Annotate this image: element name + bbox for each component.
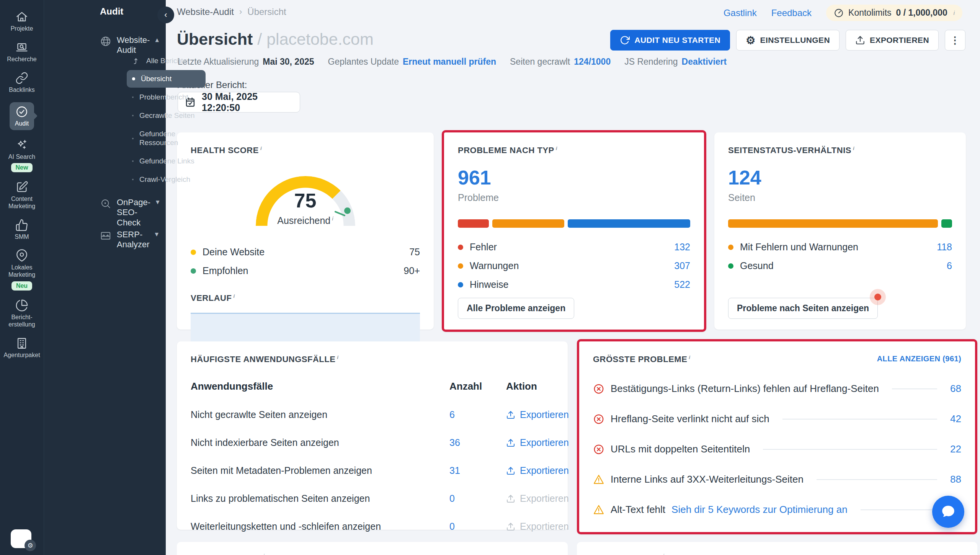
page-title: Übersicht / placetobe.com bbox=[177, 30, 374, 49]
export-action-disabled: Exportieren bbox=[506, 521, 569, 532]
healthy-pages-link[interactable]: 6 bbox=[947, 260, 952, 271]
submenu-item-problembericht[interactable]: Problembericht bbox=[127, 88, 206, 106]
issue-count-link[interactable]: 22 bbox=[950, 443, 961, 455]
export-action[interactable]: Exportieren bbox=[506, 437, 569, 448]
recheck-link[interactable]: Erneut manuell prüfen bbox=[403, 57, 496, 67]
breadcrumb: Website-Audit › Übersicht bbox=[177, 7, 286, 17]
rail-item-projekte[interactable]: Projekte bbox=[2, 6, 42, 37]
issues-by-page-button[interactable]: Probleme nach Seiten anzeigen bbox=[728, 298, 878, 319]
rail-item-backlinks[interactable]: Backlinks bbox=[2, 67, 42, 98]
legend-row-healthy: Gesund 6 bbox=[728, 256, 952, 275]
submenu-section-onpage-seo-check[interactable]: OnPage-SEO-Check ▾ bbox=[100, 198, 158, 228]
account-limits-pill[interactable]: Kontolimits 0 / 1,000,000 i bbox=[826, 5, 962, 21]
rail-label: Agenturpaket bbox=[3, 352, 40, 359]
bullet-icon bbox=[132, 96, 134, 98]
rail-item-agenturpaket[interactable]: Agenturpaket bbox=[2, 333, 42, 363]
info-icon[interactable]: i bbox=[853, 145, 854, 151]
refresh-icon bbox=[620, 35, 630, 45]
total-issues-count[interactable]: 961 bbox=[458, 166, 690, 189]
more-actions-button[interactable]: ⋮ bbox=[945, 30, 965, 51]
column-header: Anzahl bbox=[449, 380, 506, 392]
issue-count-link[interactable]: 42 bbox=[950, 413, 961, 425]
next-card-sliver: i bbox=[177, 542, 568, 555]
feedback-link[interactable]: Feedback bbox=[771, 8, 812, 18]
export-action[interactable]: Exportieren bbox=[506, 465, 569, 476]
info-icon[interactable]: i bbox=[233, 293, 235, 299]
info-icon[interactable]: i bbox=[332, 215, 333, 222]
use-case-count-link[interactable]: 0 bbox=[449, 521, 506, 532]
info-icon[interactable]: i bbox=[954, 10, 955, 16]
rail-item-ai-search[interactable]: AI Search New bbox=[2, 134, 42, 177]
use-case-count-link[interactable]: 31 bbox=[449, 465, 506, 476]
gear-icon[interactable]: ⚙ bbox=[24, 540, 36, 551]
chevron-down-icon[interactable]: ▾ bbox=[156, 198, 160, 206]
export-button[interactable]: EXPORTIEREN bbox=[846, 30, 939, 51]
use-case-count-link[interactable]: 36 bbox=[449, 437, 506, 448]
rail-label: Audit bbox=[15, 120, 29, 127]
submenu-item-alle-berichte[interactable]: Alle Berichte bbox=[127, 52, 206, 70]
submenu-item-gefundene-ressourcen[interactable]: Gefundene Ressourcen bbox=[127, 126, 206, 151]
warnings-bar-segment[interactable] bbox=[492, 219, 564, 228]
issue-label: URLs mit doppelten Seitentiteln bbox=[611, 443, 750, 455]
chevron-up-icon[interactable]: ▴ bbox=[155, 35, 159, 44]
issue-count-link[interactable]: 68 bbox=[950, 383, 961, 395]
export-action[interactable]: Exportieren bbox=[506, 409, 569, 420]
rail-item-berichterstellung[interactable]: Bericht- erstellung bbox=[2, 295, 42, 333]
pages-crawled-link[interactable]: 124/1000 bbox=[574, 57, 611, 67]
rail-item-content-marketing[interactable]: Content Marketing bbox=[2, 176, 42, 214]
info-icon[interactable]: i bbox=[689, 354, 690, 360]
column-header: Aktion bbox=[506, 380, 554, 392]
issue-count-link[interactable]: 88 bbox=[950, 473, 961, 485]
sidebar-collapse-button[interactable]: ‹ bbox=[157, 7, 174, 23]
show-all-link[interactable]: ALLE ANZEIGEN (961) bbox=[877, 354, 961, 363]
pages-with-issues-segment[interactable] bbox=[728, 219, 938, 228]
issue-label: Alt-Text fehlt bbox=[611, 504, 665, 516]
info-icon[interactable]: i bbox=[556, 145, 557, 151]
use-case-count-link[interactable]: 6 bbox=[449, 409, 506, 420]
orange-dot-icon bbox=[728, 245, 733, 250]
guest-link[interactable]: Gastlink bbox=[724, 8, 757, 18]
issue-row: Bestätigungs-Links (Return-Links) fehlen… bbox=[593, 383, 961, 395]
rail-item-recherche[interactable]: Recherche bbox=[2, 37, 42, 67]
issues-by-type-card: PROBLEME NACH TYPi 961 Probleme Fehler 1… bbox=[442, 130, 706, 332]
submenu-item-crawl-vergleich[interactable]: Crawl-Vergleich bbox=[127, 171, 206, 188]
consent-widget[interactable]: ⚙ bbox=[11, 529, 31, 548]
header-actions: AUDIT NEU STARTEN ⚙ EINSTELLUNGEN EXPORT… bbox=[610, 30, 965, 51]
rail-item-audit[interactable]: Audit bbox=[2, 98, 42, 134]
leader-line bbox=[782, 419, 937, 420]
table-row: Seiten mit Metadaten-Problemen anzeigen … bbox=[191, 465, 554, 476]
total-pages-count[interactable]: 124 bbox=[728, 166, 952, 189]
warnings-count-link[interactable]: 307 bbox=[674, 260, 690, 271]
submenu-section-serp-analyzer[interactable]: SERP-Analyzer ▾ bbox=[100, 230, 158, 250]
pages-with-issues-link[interactable]: 118 bbox=[937, 242, 952, 253]
chevron-down-icon[interactable]: ▾ bbox=[155, 230, 159, 238]
legend-value: 75 bbox=[409, 246, 420, 258]
rail-label: Recherche bbox=[7, 56, 36, 63]
notices-bar-segment[interactable] bbox=[568, 219, 690, 228]
notices-count-link[interactable]: 522 bbox=[674, 279, 690, 290]
use-case-count-link[interactable]: 0 bbox=[449, 493, 506, 504]
healthy-pages-segment[interactable] bbox=[941, 219, 952, 228]
keywords-optimization-link[interactable]: Sieh dir 5 Keywords zur Optimierung an bbox=[671, 504, 848, 516]
errors-bar-segment[interactable] bbox=[458, 219, 489, 228]
limits-label: Kontolimits bbox=[848, 8, 891, 18]
restart-audit-button[interactable]: AUDIT NEU STARTEN bbox=[610, 30, 730, 51]
rail-item-smm[interactable]: SMM bbox=[2, 214, 42, 245]
info-icon[interactable]: i bbox=[260, 145, 262, 151]
chat-launcher-button[interactable] bbox=[932, 496, 964, 528]
settings-button[interactable]: ⚙ EINSTELLUNGEN bbox=[736, 30, 840, 51]
info-icon[interactable]: i bbox=[337, 354, 338, 360]
card-title: HÄUFIGSTE ANWENDUNGSFÄLLEi bbox=[191, 354, 554, 364]
zoom-icon bbox=[100, 198, 111, 209]
submenu-item-uebersicht[interactable]: Übersicht bbox=[127, 70, 206, 88]
serp-chart-icon bbox=[100, 230, 111, 242]
rail-item-lokales-marketing[interactable]: Lokales Marketing Neu bbox=[2, 245, 42, 295]
breadcrumb-parent[interactable]: Website-Audit bbox=[177, 7, 234, 17]
submenu-item-gecrawlte-seiten[interactable]: Gecrawlte Seiten bbox=[127, 107, 206, 124]
restart-audit-label: AUDIT NEU STARTEN bbox=[634, 36, 720, 45]
submenu-item-label: Crawl-Vergleich bbox=[139, 175, 204, 184]
submenu-item-gefundene-links[interactable]: Gefundene Links bbox=[127, 152, 206, 170]
js-rendering-link[interactable]: Deaktiviert bbox=[682, 57, 727, 67]
show-all-issues-button[interactable]: Alle Probleme anzeigen bbox=[458, 298, 574, 319]
errors-count-link[interactable]: 132 bbox=[674, 242, 690, 253]
